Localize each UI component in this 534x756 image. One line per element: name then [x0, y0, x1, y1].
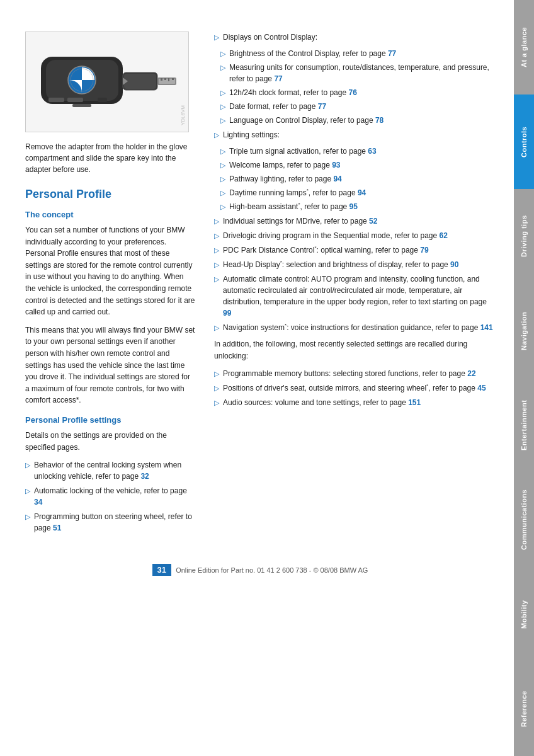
bullet-arrow-icon: ▷ — [214, 260, 219, 270]
list-item: ▷ Triple turn signal activation, refer t… — [214, 146, 495, 157]
bullet-arrow-sub-icon: ▷ — [220, 88, 225, 98]
bullet-arrow-icon: ▷ — [25, 460, 30, 471]
bullet-arrow-icon: ▷ — [214, 323, 219, 333]
bullet-arrow-icon: ▷ — [25, 486, 30, 496]
svg-rect-16 — [168, 78, 169, 81]
bullet-arrow-icon: ▷ — [214, 383, 219, 394]
recalled-list: ▷ Programmable memory buttons: selecting… — [214, 368, 495, 408]
svg-rect-10 — [124, 74, 156, 89]
page-number: 31 — [152, 564, 171, 576]
bullet-arrow-icon: ▷ — [214, 32, 219, 43]
list-item: ▷ 12h/24h clock format, refer to page 76 — [214, 87, 495, 98]
sidebar-tab-at-a-glance[interactable]: At a glance — [514, 0, 534, 94]
left-bullet-list: ▷ Behavior of the central locking system… — [25, 459, 195, 534]
bullet-arrow-sub-icon: ▷ — [220, 62, 225, 73]
list-item: ▷ Drivelogic driving program in the Sequ… — [214, 230, 495, 241]
svg-rect-17 — [172, 78, 174, 80]
bullet-arrow-sub-icon: ▷ — [220, 101, 225, 112]
list-item: ▷ Behavior of the central locking system… — [25, 459, 195, 482]
right-bullet-list: ▷ Displays on Control Display: — [214, 32, 495, 43]
concept-text-1: You can set a number of functions of you… — [25, 224, 195, 318]
list-item: ▷ High-beam assistant*, refer to page 95 — [214, 201, 495, 212]
list-item: ▷ Programming button on steering wheel, … — [25, 511, 195, 534]
watermark: YDL6VM — [180, 105, 186, 125]
bullet-arrow-icon: ▷ — [25, 512, 30, 522]
bullet-arrow-sub-icon: ▷ — [220, 188, 225, 198]
list-item-displays: ▷ Displays on Control Display: — [214, 32, 495, 43]
recalled-intro: In addition, the following, most recentl… — [214, 338, 495, 362]
svg-rect-8 — [72, 104, 91, 107]
list-item: ▷ Automatic climate control: AUTO progra… — [214, 273, 495, 319]
svg-rect-15 — [164, 78, 166, 80]
list-item: ▷ Head-Up Display*: selection and bright… — [214, 259, 495, 270]
list-item: ▷ Daytime running lamps*, refer to page … — [214, 187, 495, 198]
svg-rect-6 — [67, 98, 83, 102]
list-item: ▷ Automatic locking of the vehicle, refe… — [25, 485, 195, 508]
bullet-arrow-icon: ▷ — [214, 231, 219, 241]
list-item: ▷ Programmable memory buttons: selecting… — [214, 368, 495, 379]
bullet-arrow-sub-icon: ▷ — [220, 202, 225, 212]
bullet-arrow-sub-icon: ▷ — [220, 146, 225, 157]
lighting-sub-list: ▷ Triple turn signal activation, refer t… — [214, 146, 495, 212]
other-bullets-list: ▷ Individual settings for MDrive, refer … — [214, 215, 495, 333]
list-item: ▷ Positions of driver's seat, outside mi… — [214, 382, 495, 394]
bullet-arrow-sub-icon: ▷ — [220, 115, 225, 126]
list-item: ▷ Brightness of the Control Display, ref… — [214, 48, 495, 59]
subsection-settings-title: Personal Profile settings — [25, 415, 195, 425]
bullet-arrow-icon: ▷ — [214, 216, 219, 227]
list-item: ▷ Date format, refer to page 77 — [214, 101, 495, 112]
list-item: ▷ Measuring units for consumption, route… — [214, 62, 495, 84]
page-footer: 31 Online Edition for Part no. 01 41 2 6… — [25, 558, 495, 576]
sidebar-tab-entertainment[interactable]: Entertainment — [514, 378, 534, 472]
section-title: Personal Profile — [25, 188, 195, 201]
list-item-lighting: ▷ Lighting settings: — [214, 129, 495, 140]
bullet-arrow-sub-icon: ▷ — [220, 174, 225, 185]
bullet-arrow-icon: ▷ — [214, 398, 219, 408]
image-caption: Remove the adapter from the holder in th… — [25, 141, 195, 175]
list-item: ▷ PDC Park Distance Control*: optical wa… — [214, 244, 495, 256]
sidebar: At a glance Controls Driving tips Naviga… — [514, 0, 534, 756]
bullet-arrow-icon: ▷ — [214, 245, 219, 256]
list-item: ▷ Pathway lighting, refer to page 94 — [214, 173, 495, 185]
settings-intro: Details on the settings are provided on … — [25, 430, 195, 453]
list-item: ▷ Language on Control Display, refer to … — [214, 115, 495, 126]
key-image: YDL6VM — [25, 32, 189, 132]
sidebar-tab-driving-tips[interactable]: Driving tips — [514, 189, 534, 284]
bullet-arrow-icon: ▷ — [214, 130, 219, 140]
bullet-arrow-icon: ▷ — [214, 369, 219, 379]
svg-rect-5 — [48, 98, 64, 102]
bullet-arrow-icon: ▷ — [214, 274, 219, 285]
concept-text-2: This means that you will always find you… — [25, 324, 195, 406]
list-item: ▷ Audio sources: volume and tone setting… — [214, 397, 495, 408]
sidebar-tab-controls[interactable]: Controls — [514, 94, 534, 189]
list-item: ▷ Navigation system*: voice instructions… — [214, 322, 495, 333]
displays-sub-list: ▷ Brightness of the Control Display, ref… — [214, 48, 495, 126]
sidebar-tab-communications[interactable]: Communications — [514, 472, 534, 567]
svg-rect-14 — [161, 78, 162, 81]
bullet-arrow-sub-icon: ▷ — [220, 160, 225, 171]
list-item: ▷ Individual settings for MDrive, refer … — [214, 215, 495, 227]
list-item: ▷ Welcome lamps, refer to page 93 — [214, 159, 495, 171]
subsection-concept-title: The concept — [25, 210, 195, 219]
lighting-list: ▷ Lighting settings: — [214, 129, 495, 140]
sidebar-tab-navigation[interactable]: Navigation — [514, 284, 534, 378]
sidebar-tab-mobility[interactable]: Mobility — [514, 567, 534, 662]
edition-text: Online Edition for Part no. 01 41 2 600 … — [176, 566, 368, 574]
svg-rect-7 — [98, 98, 107, 102]
sidebar-tab-reference[interactable]: Reference — [514, 662, 534, 756]
bullet-arrow-sub-icon: ▷ — [220, 49, 225, 59]
